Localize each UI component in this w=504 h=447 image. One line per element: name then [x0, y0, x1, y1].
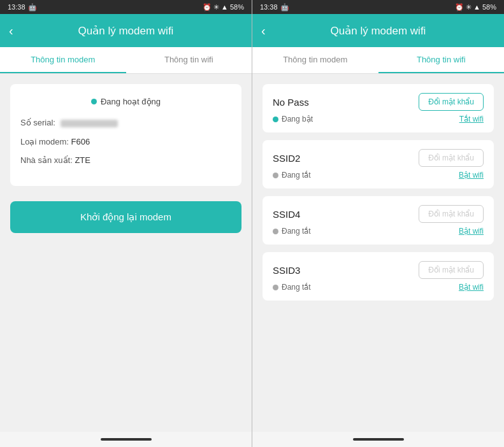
change-pass-btn-3[interactable]: Đổi mật khẩu — [419, 261, 484, 279]
serial-row: Số serial: — [20, 117, 231, 129]
tab-wifi-info-left[interactable]: Thông tin wifi — [126, 47, 252, 73]
wifi-status-text-3: Đang tắt — [282, 283, 311, 292]
header-title-right: Quản lý modem wifi — [331, 24, 426, 38]
time-left: 13:38 — [8, 3, 25, 11]
wifi-card-1: SSID2 Đổi mật khẩu Đang tắt Bật wifi — [263, 140, 494, 188]
status-bar-left: 13:38 🤖 ⏰ ✳ ▲ 58% — [0, 0, 252, 14]
wifi-status-1: Đang tắt — [273, 171, 311, 180]
status-dot-2 — [273, 229, 278, 234]
tabs-left: Thông tin modem Thông tin wifi — [0, 47, 252, 74]
nav-bar-left — [0, 432, 252, 447]
battery-left: 58% — [230, 3, 244, 11]
left-content: Đang hoạt động Số serial: Loại modem: F6… — [0, 74, 252, 432]
wifi-status-text-2: Đang tắt — [282, 227, 311, 236]
wifi-card-0: No Pass Đổi mật khẩu Đang bật Tắt wifi — [263, 84, 494, 132]
serial-value — [61, 120, 118, 127]
manufacturer-label: Nhà sản xuất: — [20, 155, 73, 165]
status-right: ⏰ ✳ ▲ 58% — [203, 3, 244, 11]
tab-modem-info-left[interactable]: Thông tin modem — [0, 47, 126, 73]
status-bar-right: 13:38 🤖 ⏰ ✳ ▲ 58% — [252, 0, 504, 14]
right-screen: 13:38 🤖 ⏰ ✳ ▲ 58% ‹ Quản lý modem wifi T… — [252, 0, 504, 447]
toggle-wifi-btn-0[interactable]: Tắt wifi — [459, 115, 484, 124]
change-pass-btn-2[interactable]: Đổi mật khẩu — [419, 205, 484, 223]
status-text: Đang hoạt động — [101, 97, 161, 106]
alarm-icon-right: ⏰ — [455, 3, 464, 11]
serial-label: Số serial: — [20, 118, 55, 127]
wifi-status-row-0: Đang bật Tắt wifi — [273, 115, 484, 124]
nav-bar-right — [252, 432, 504, 447]
toggle-wifi-btn-3[interactable]: Bật wifi — [459, 283, 484, 292]
modem-type-value: F606 — [71, 137, 90, 146]
wifi-status-3: Đang tắt — [273, 283, 311, 292]
status-right-right: ⏰ ✳ ▲ 58% — [455, 3, 496, 11]
wifi-ssid-0: No Pass — [273, 97, 309, 108]
tab-wifi-info-right[interactable]: Thông tin wifi — [378, 47, 505, 73]
wifi-status-2: Đang tắt — [273, 227, 311, 236]
wifi-status-0: Đang bật — [273, 115, 313, 124]
modem-info-card: Đang hoạt động Số serial: Loại modem: F6… — [10, 84, 241, 186]
wifi-status-text-1: Đang tắt — [282, 171, 311, 180]
bluetooth-icon-right: ✳ — [466, 3, 472, 11]
change-pass-btn-0[interactable]: Đổi mật khẩu — [419, 93, 484, 111]
android-icon-right: 🤖 — [280, 3, 289, 11]
wifi-card-top-1: SSID2 Đổi mật khẩu — [273, 149, 484, 167]
status-dot-0 — [273, 117, 278, 122]
signal-icon: ▲ — [221, 3, 228, 11]
signal-icon-right: ▲ — [473, 3, 480, 11]
battery-right: 58% — [482, 3, 496, 11]
modem-type-label: Loại modem: — [20, 137, 69, 146]
tabs-right: Thông tin modem Thông tin wifi — [252, 47, 504, 74]
nav-indicator-right — [353, 438, 404, 441]
modem-type-row: Loại modem: F606 — [20, 136, 231, 148]
status-dot-1 — [273, 173, 278, 178]
back-button-left[interactable]: ‹ — [9, 24, 13, 38]
toggle-wifi-btn-1[interactable]: Bật wifi — [459, 171, 484, 180]
tab-modem-info-right[interactable]: Thông tin modem — [252, 47, 378, 73]
modem-status-indicator: Đang hoạt động — [20, 97, 231, 106]
manufacturer-row: Nhà sản xuất: ZTE — [20, 154, 231, 167]
header-title-left: Quản lý modem wifi — [78, 24, 174, 38]
wifi-card-3: SSID3 Đổi mật khẩu Đang tắt Bật wifi — [263, 252, 494, 301]
toggle-wifi-btn-2[interactable]: Bật wifi — [459, 227, 484, 236]
wifi-ssid-1: SSID2 — [273, 153, 300, 164]
wifi-ssid-2: SSID4 — [273, 209, 300, 220]
android-icon: 🤖 — [28, 3, 37, 11]
wifi-status-row-3: Đang tắt Bật wifi — [273, 283, 484, 292]
nav-indicator-left — [101, 438, 152, 441]
restart-modem-button[interactable]: Khởi động lại modem — [10, 201, 241, 233]
wifi-card-top-2: SSID4 Đổi mật khẩu — [273, 205, 484, 223]
back-button-right[interactable]: ‹ — [261, 24, 266, 38]
app-header-right: ‹ Quản lý modem wifi — [252, 14, 504, 47]
wifi-status-text-0: Đang bật — [282, 115, 313, 124]
wifi-status-row-1: Đang tắt Bật wifi — [273, 171, 484, 180]
wifi-status-row-2: Đang tắt Bật wifi — [273, 227, 484, 236]
time-right: 13:38 — [260, 3, 278, 11]
status-dot-3 — [273, 285, 278, 290]
alarm-icon: ⏰ — [203, 3, 212, 11]
manufacturer-value: ZTE — [75, 155, 90, 165]
wifi-card-top-3: SSID3 Đổi mật khẩu — [273, 261, 484, 279]
active-dot — [91, 99, 97, 104]
bluetooth-icon: ✳ — [213, 3, 219, 11]
wifi-card-2: SSID4 Đổi mật khẩu Đang tắt Bật wifi — [263, 196, 494, 245]
wifi-card-top-0: No Pass Đổi mật khẩu — [273, 93, 484, 111]
change-pass-btn-1[interactable]: Đổi mật khẩu — [419, 149, 484, 167]
left-screen: 13:38 🤖 ⏰ ✳ ▲ 58% ‹ Quản lý modem wifi T… — [0, 0, 252, 447]
status-left: 13:38 🤖 — [8, 3, 37, 11]
app-header-left: ‹ Quản lý modem wifi — [0, 14, 252, 47]
right-content: No Pass Đổi mật khẩu Đang bật Tắt wifi S… — [252, 74, 504, 432]
status-left-right: 13:38 🤖 — [260, 3, 289, 11]
wifi-ssid-3: SSID3 — [273, 265, 300, 276]
